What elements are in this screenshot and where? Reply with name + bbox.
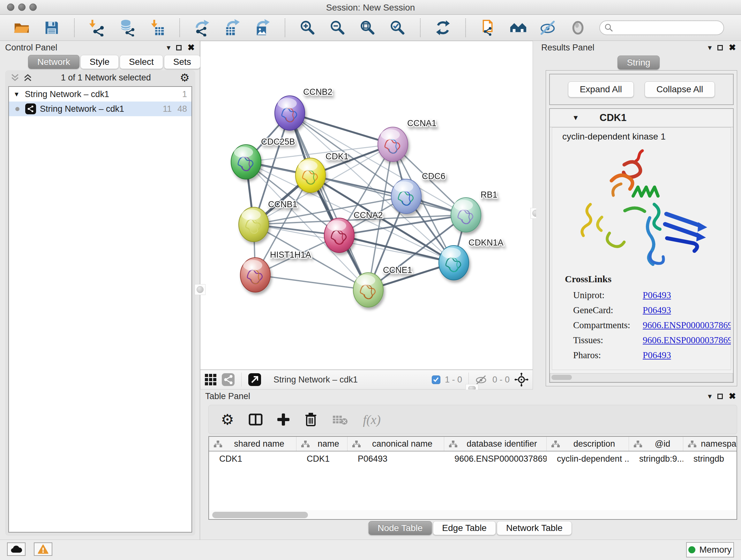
tree-expand-icon[interactable]: ▼ xyxy=(13,91,20,98)
new-network-from-selection-icon[interactable] xyxy=(479,19,497,37)
show-columns-icon[interactable] xyxy=(249,413,263,426)
crosslink-row: GeneCard:P06493 xyxy=(565,303,731,318)
network-node-CDKN1A[interactable]: CDKN1A xyxy=(439,238,503,280)
network-node-CCNA1[interactable]: CCNA1 xyxy=(378,118,436,162)
column-header-namespace[interactable]: namespace xyxy=(683,437,737,451)
table-cell[interactable]: stringdb:9... xyxy=(629,451,683,466)
table-cell[interactable]: stringdb xyxy=(683,451,737,466)
network-edge-CCNE1-HIST1H1A[interactable] xyxy=(255,275,368,290)
network-node-CCNB1[interactable]: CCNB1 xyxy=(239,199,297,242)
network-options-gear-icon[interactable]: ⚙ xyxy=(180,72,190,83)
crosslink-link[interactable]: P06493 xyxy=(643,290,671,300)
column-header-canonical-name[interactable]: canonical name xyxy=(347,437,444,451)
network-view-disabled-icon[interactable] xyxy=(221,373,235,386)
panel-close-icon[interactable]: ✖ xyxy=(187,43,195,53)
table-hscrollbar[interactable] xyxy=(208,510,737,520)
import-network-file-icon[interactable] xyxy=(88,19,106,37)
column-header-description[interactable]: description xyxy=(547,437,629,451)
panel-float-icon[interactable] xyxy=(718,45,723,51)
panel-close-icon[interactable]: ✖ xyxy=(729,391,736,401)
tab-select[interactable]: Select xyxy=(120,55,163,69)
memory-button[interactable]: Memory xyxy=(686,542,734,557)
warnings-button[interactable] xyxy=(34,543,52,556)
crosslink-link[interactable]: P06493 xyxy=(643,305,671,315)
section-expand-icon[interactable]: ▼ xyxy=(572,114,579,122)
network-view-title: String Network – cdk1 xyxy=(273,375,420,385)
crosslink-link[interactable]: 9606.ENSP00000378699 xyxy=(643,335,731,346)
export-image-icon[interactable] xyxy=(253,19,271,37)
results-panel: Results Panel ▾ ✖ String Expand All Coll… xyxy=(536,41,741,389)
tab-node-table[interactable]: Node Table xyxy=(368,521,432,535)
import-table-icon[interactable] xyxy=(148,19,166,37)
first-neighbors-icon[interactable] xyxy=(509,19,527,37)
table-cell[interactable]: CDK1 xyxy=(296,451,347,466)
network-edge-CCNB2-CCNE1[interactable] xyxy=(290,113,368,290)
network-node-CDC25B[interactable]: CDC25B xyxy=(231,137,295,179)
column-header-name[interactable]: name xyxy=(296,437,347,451)
create-column-icon[interactable] xyxy=(277,414,289,426)
tab-network-table[interactable]: Network Table xyxy=(497,521,572,535)
table-cell[interactable]: CDK1 xyxy=(209,451,296,466)
scrollbar-thumb[interactable] xyxy=(551,375,572,380)
zoom-fit-icon[interactable] xyxy=(359,19,377,37)
panel-menu-icon[interactable]: ▾ xyxy=(708,392,712,401)
collapse-all-button[interactable]: Collapse All xyxy=(645,81,715,98)
open-session-icon[interactable] xyxy=(13,19,30,37)
network-canvas[interactable]: CCNB2CCNA1CDC25BCDK1CDC6RB1CCNB1CCNA2CDK… xyxy=(200,41,533,370)
table-cell[interactable]: 9606.ENSP00000378699 xyxy=(444,451,547,466)
panel-menu-icon[interactable]: ▾ xyxy=(166,43,171,52)
zoom-in-icon[interactable] xyxy=(299,19,317,37)
zoom-selected-icon[interactable] xyxy=(389,19,407,37)
network-row[interactable]: String Network – cdk1 11 48 xyxy=(9,102,192,116)
table-options-gear-icon[interactable]: ⚙ xyxy=(221,412,234,427)
panel-close-icon[interactable]: ✖ xyxy=(729,43,736,53)
column-header--id[interactable]: @id xyxy=(629,437,683,451)
table-cell[interactable]: cyclin-dependent ... xyxy=(547,451,629,466)
panel-float-icon[interactable] xyxy=(176,45,182,51)
search-input[interactable] xyxy=(616,21,724,34)
expand-all-icon[interactable] xyxy=(23,73,32,82)
network-collection-row[interactable]: ▼ String Network – cdk1 1 xyxy=(9,87,192,102)
birdseye-view-icon[interactable] xyxy=(514,372,529,387)
export-network-icon[interactable] xyxy=(193,19,211,37)
network-edge-CDK1-RB1[interactable] xyxy=(311,175,466,215)
gene-section-header[interactable]: ▼ CDK1 xyxy=(550,109,733,127)
scrollbar-thumb[interactable] xyxy=(212,512,308,518)
export-table-icon[interactable] xyxy=(223,19,241,37)
network-node-RB1[interactable]: RB1 xyxy=(451,190,497,232)
network-node-CDK1[interactable]: CDK1 xyxy=(295,152,348,192)
table-cell[interactable]: P06493 xyxy=(347,451,444,466)
save-session-icon[interactable] xyxy=(43,19,61,37)
left-splitter-handle[interactable] xyxy=(195,284,205,295)
show-all-icon[interactable] xyxy=(569,19,587,37)
column-header-shared-name[interactable]: shared name xyxy=(209,437,296,451)
expand-all-button[interactable]: Expand All xyxy=(568,81,634,98)
tab-network[interactable]: Network xyxy=(28,55,79,69)
tab-sets[interactable]: Sets xyxy=(164,55,200,69)
grid-view-icon[interactable] xyxy=(204,373,217,386)
network-node-CCNA2[interactable]: CCNA2 xyxy=(324,210,383,253)
network-node-HIST1H1A[interactable]: HIST1H1A xyxy=(240,250,311,292)
selected-nodes-checkbox[interactable] xyxy=(432,375,441,384)
column-header-database-identifier[interactable]: database identifier xyxy=(444,437,547,451)
cloud-status-button[interactable] xyxy=(7,543,25,556)
tab-string[interactable]: String xyxy=(617,56,659,70)
crosslink-link[interactable]: 9606.ENSP00000378699 xyxy=(643,320,731,330)
network-node-CCNE1[interactable]: CCNE1 xyxy=(353,265,412,307)
panel-float-icon[interactable] xyxy=(718,394,723,399)
results-scrollbar[interactable] xyxy=(550,373,733,382)
tab-style[interactable]: Style xyxy=(80,55,119,69)
collapse-all-icon[interactable] xyxy=(11,73,19,82)
table-row[interactable]: CDK1CDK1P064939606.ENSP00000378699cyclin… xyxy=(209,451,737,466)
network-edge-CCNB2-CCNA1[interactable] xyxy=(290,113,393,144)
detach-view-icon[interactable] xyxy=(248,373,261,386)
crosslink-link[interactable]: P06493 xyxy=(643,350,671,361)
hide-selected-icon[interactable] xyxy=(539,19,557,37)
tab-edge-table[interactable]: Edge Table xyxy=(433,521,496,535)
delete-column-icon[interactable] xyxy=(304,412,318,427)
import-network-database-icon[interactable] xyxy=(118,19,136,37)
refresh-layout-icon[interactable] xyxy=(434,19,452,37)
zoom-out-icon[interactable] xyxy=(329,19,347,37)
panel-menu-icon[interactable]: ▾ xyxy=(708,43,712,52)
crosslink-label: Uniprot: xyxy=(573,290,643,300)
